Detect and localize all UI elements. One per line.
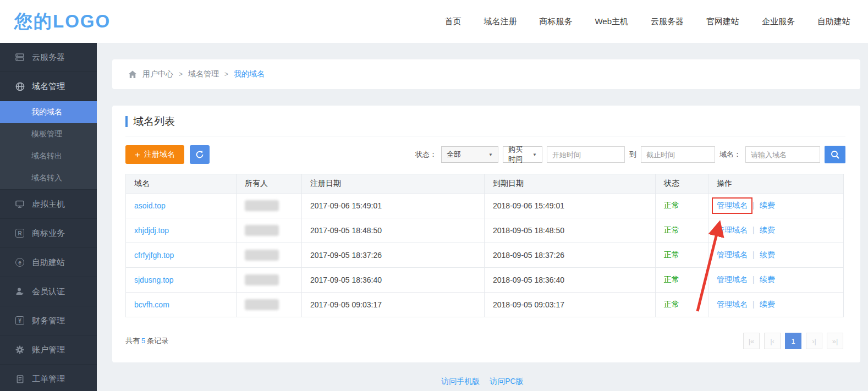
sidebar-subitem-my-domains[interactable]: 我的域名 (0, 101, 97, 123)
status-badge: 正常 (664, 300, 679, 309)
sidebar-item-cloud-server[interactable]: 云服务器 (0, 43, 97, 72)
sidebar-item-work-orders[interactable]: 工单管理 (0, 365, 97, 391)
sidebar-item-self-service-site[interactable]: e 自助建站 (0, 248, 97, 277)
action-separator: | (748, 250, 760, 259)
refresh-button[interactable] (190, 145, 210, 164)
sidebar-item-label: 会员认证 (32, 287, 65, 297)
sidebar-item-label: 工单管理 (32, 374, 65, 384)
expire-date: 2018-09-05 18:37:26 (485, 243, 656, 268)
manage-domain-link[interactable]: 管理域名 (717, 250, 748, 259)
table-row: xhjdjdj.top 2017-09-05 18:48:50 2018-09-… (126, 218, 844, 243)
expire-date: 2018-09-05 09:03:17 (485, 293, 656, 317)
e-circle-icon: e (15, 257, 25, 267)
sidebar-item-member-verification[interactable]: 会员认证 (0, 277, 97, 306)
sidebar-item-label: 财务管理 (32, 316, 65, 326)
filter-bar: 状态： 全部 ▼ 购买时间 ▼ 到 域名： (415, 146, 845, 163)
time-type-select[interactable]: 购买时间 ▼ (503, 146, 542, 163)
sidebar-subitem-domain-transfer-in[interactable]: 域名转入 (0, 167, 97, 189)
sidebar-submenu-domain: 我的域名 模板管理 域名转出 域名转入 (0, 101, 97, 190)
caret-down-icon: ▼ (532, 152, 537, 157)
table-row: cfrfyjfgh.top 2017-09-05 18:37:26 2018-0… (126, 243, 844, 268)
breadcrumb-separator: > (224, 70, 228, 78)
sidebar-item-virtual-hosting[interactable]: 虚拟主机 (0, 190, 97, 219)
register-domain-button[interactable]: + 注册域名 (125, 145, 184, 164)
pagination-prev-button[interactable]: |‹ (764, 333, 781, 349)
page-title: 域名列表 (133, 114, 175, 129)
register-date: 2017-09-05 18:37:26 (302, 243, 485, 268)
domain-link[interactable]: cfrfyjfgh.top (134, 251, 174, 260)
refresh-icon (195, 150, 204, 159)
pagination-first-button[interactable]: |« (743, 333, 760, 349)
nav-trademark-service[interactable]: 商标服务 (539, 16, 572, 27)
col-header-status: 状态 (656, 174, 708, 194)
breadcrumb-user-center[interactable]: 用户中心 (142, 69, 173, 79)
nav-site-builder[interactable]: 官网建站 (706, 16, 739, 27)
col-header-expire-date: 到期日期 (485, 174, 656, 194)
domain-search-input[interactable] (745, 146, 820, 163)
nav-cloud-server[interactable]: 云服务器 (651, 16, 684, 27)
breadcrumb-card: 用户中心 > 域名管理 > 我的域名 (112, 59, 860, 89)
status-badge: 正常 (664, 250, 679, 259)
mobile-version-link[interactable]: 访问手机版 (441, 377, 480, 386)
register-date: 2017-09-06 15:49:01 (302, 194, 485, 218)
manage-domain-link[interactable]: 管理域名 (717, 275, 748, 284)
sidebar-item-domain-management[interactable]: 域名管理 (0, 72, 97, 101)
renew-link[interactable]: 续费 (760, 201, 775, 210)
sidebar-item-finance-management[interactable]: ¥ 财务管理 (0, 306, 97, 335)
domain-link[interactable]: asoid.top (134, 201, 166, 210)
work-order-icon (15, 374, 25, 384)
pagination-next-button[interactable]: ›| (806, 333, 822, 349)
sidebar-item-account-management[interactable]: 账户管理 (0, 335, 97, 365)
renew-link[interactable]: 续费 (760, 250, 775, 259)
sidebar-subitem-domain-transfer-out[interactable]: 域名转出 (0, 145, 97, 167)
sidebar-item-trademark-business[interactable]: R 商标业务 (0, 219, 97, 248)
main-content: 用户中心 > 域名管理 > 我的域名 域名列表 + 注册域名 (97, 43, 868, 391)
col-header-register-date: 注册日期 (302, 174, 485, 194)
pagination-page-1[interactable]: 1 (785, 333, 801, 349)
breadcrumb-my-domains: 我的域名 (234, 69, 265, 79)
manage-domain-link[interactable]: 管理域名 (717, 300, 748, 309)
breadcrumb-domain-management[interactable]: 域名管理 (188, 69, 219, 79)
domain-link[interactable]: sjdusng.top (134, 276, 174, 284)
record-count-suffix: 条记录 (147, 337, 168, 345)
sidebar-item-label: 云服务器 (32, 52, 65, 63)
register-date: 2017-09-05 18:48:50 (302, 218, 485, 243)
renew-link[interactable]: 续费 (760, 225, 775, 234)
manage-domain-link-highlighted[interactable]: 管理域名 (712, 197, 752, 214)
pagination-last-button[interactable]: »| (827, 333, 843, 349)
action-separator: | (748, 201, 760, 210)
pc-version-link[interactable]: 访问PC版 (490, 377, 523, 386)
nav-domain-register[interactable]: 域名注册 (484, 16, 517, 27)
nav-home[interactable]: 首页 (444, 16, 461, 27)
globe-icon (15, 81, 25, 91)
manage-domain-link[interactable]: 管理域名 (717, 225, 748, 234)
nav-web-hosting[interactable]: Web主机 (595, 16, 628, 27)
sidebar-subitem-template-management[interactable]: 模板管理 (0, 123, 97, 145)
monitor-icon (15, 199, 25, 209)
domain-link[interactable]: xhjdjdj.top (134, 226, 169, 235)
status-filter-label: 状态： (415, 150, 437, 159)
nav-enterprise-service[interactable]: 企业服务 (762, 16, 795, 27)
col-header-actions: 操作 (708, 174, 844, 194)
table-header-row: 域名 所有人 注册日期 到期日期 状态 操作 (126, 174, 844, 194)
status-select-value: 全部 (447, 150, 461, 159)
sidebar-item-label: 域名管理 (32, 81, 65, 92)
record-count: 共有5条记录 (125, 336, 168, 346)
renew-link[interactable]: 续费 (760, 275, 775, 284)
domain-link[interactable]: bcvfh.com (134, 300, 169, 309)
domain-table: 域名 所有人 注册日期 到期日期 状态 操作 asoid.top 2017-09… (125, 174, 844, 317)
table-row: bcvfh.com 2017-09-05 09:03:17 2018-09-05… (126, 293, 844, 317)
renew-link[interactable]: 续费 (760, 300, 775, 309)
nav-self-service-site[interactable]: 自助建站 (817, 16, 850, 27)
owner-redacted (245, 274, 279, 285)
search-button[interactable] (825, 146, 845, 163)
status-select[interactable]: 全部 ▼ (441, 146, 498, 163)
to-label: 到 (629, 150, 636, 159)
start-date-input[interactable] (547, 146, 625, 163)
end-date-input[interactable] (641, 146, 715, 163)
home-icon (128, 70, 137, 79)
col-header-domain: 域名 (126, 174, 237, 194)
status-badge: 正常 (664, 275, 679, 284)
register-domain-label: 注册域名 (144, 150, 175, 159)
gear-icon (15, 345, 25, 355)
